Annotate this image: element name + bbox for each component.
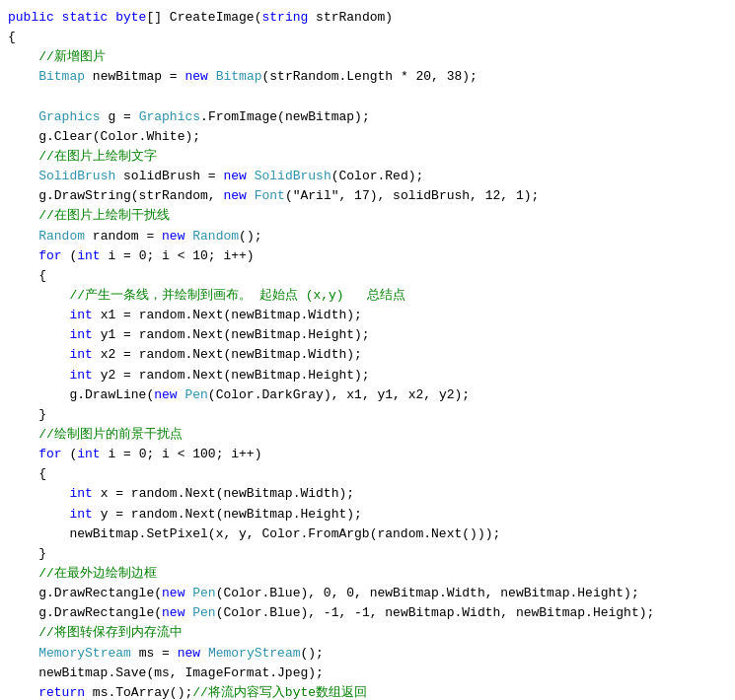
code-line: //在图片上绘制文字 xyxy=(8,147,723,167)
code-line: int x = random.Next(newBitmap.Width); xyxy=(8,484,723,504)
code-line: Graphics g = Graphics.FromImage(newBitma… xyxy=(8,107,723,127)
code-line: g.DrawLine(new Pen(Color.DarkGray), x1, … xyxy=(8,385,723,405)
code-line: newBitmap.SetPixel(x, y, Color.FromArgb(… xyxy=(8,525,723,544)
code-line: SolidBrush solidBrush = new SolidBrush(C… xyxy=(8,167,723,186)
code-line xyxy=(8,88,723,107)
code-line: { xyxy=(8,28,723,47)
code-line: //在图片上绘制干扰线 xyxy=(8,206,723,226)
code-line: //绘制图片的前景干扰点 xyxy=(8,425,723,445)
code-line: int y1 = random.Next(newBitmap.Height); xyxy=(8,325,723,345)
code-block: public static byte[] CreateImage(string … xyxy=(8,8,723,700)
code-line: g.DrawRectangle(new Pen(Color.Blue), 0, … xyxy=(8,584,723,603)
code-line: int y2 = random.Next(newBitmap.Height); xyxy=(8,366,723,385)
code-line: } xyxy=(8,405,723,425)
code-line: { xyxy=(8,266,723,286)
code-line: newBitmap.Save(ms, ImageFormat.Jpeg); xyxy=(8,664,723,683)
code-line: g.DrawRectangle(new Pen(Color.Blue), -1,… xyxy=(8,603,723,623)
code-line: } xyxy=(8,544,723,564)
code-line: for (int i = 0; i < 10; i++) xyxy=(8,246,723,266)
code-line: Bitmap newBitmap = new Bitmap(strRandom.… xyxy=(8,67,723,87)
code-line: int x1 = random.Next(newBitmap.Width); xyxy=(8,306,723,325)
code-line: //新增图片 xyxy=(8,47,723,67)
code-line: //产生一条线，并绘制到画布。 起始点 (x,y) 总结点 xyxy=(8,286,723,306)
code-line: for (int i = 0; i < 100; i++) xyxy=(8,445,723,464)
code-line: public static byte[] CreateImage(string … xyxy=(8,8,723,28)
code-line: Random random = new Random(); xyxy=(8,227,723,246)
code-line: //在最外边绘制边框 xyxy=(8,564,723,584)
code-line: MemoryStream ms = new MemoryStream(); xyxy=(8,644,723,664)
code-line: int x2 = random.Next(newBitmap.Width); xyxy=(8,345,723,365)
code-line: g.DrawString(strRandom, new Font("Aril",… xyxy=(8,186,723,206)
code-line: return ms.ToArray();//将流内容写入byte数组返回 xyxy=(8,683,723,700)
code-line: //将图转保存到内存流中 xyxy=(8,623,723,643)
code-line: { xyxy=(8,464,723,484)
code-line: g.Clear(Color.White); xyxy=(8,127,723,147)
code-container: public static byte[] CreateImage(string … xyxy=(0,0,735,700)
code-line: int y = random.Next(newBitmap.Height); xyxy=(8,505,723,525)
